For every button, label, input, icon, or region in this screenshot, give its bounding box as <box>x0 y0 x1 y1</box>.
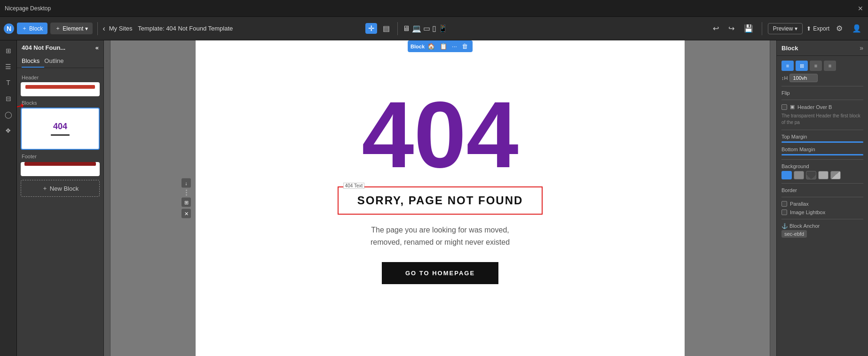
divider-5 <box>781 183 863 184</box>
undo-button[interactable]: ↩ <box>710 23 722 34</box>
close-btn[interactable]: ✕ <box>858 5 863 12</box>
main-toolbar: N ＋ Block ＋ Element ▾ ‹ My Sites Templat… <box>0 17 868 40</box>
redo-button[interactable]: ↪ <box>726 23 737 34</box>
content-404: 404 404 Text SORRY, PAGE NOT FOUND The p… <box>196 40 685 322</box>
chevron-down-icon: ▾ <box>85 25 88 32</box>
top-margin-label: Top Margin <box>781 134 863 139</box>
layout-tool-btn[interactable]: ▤ <box>380 23 393 34</box>
header-over-checkbox[interactable] <box>781 104 787 110</box>
image-lightbox-checkbox[interactable] <box>781 209 787 215</box>
new-block-button[interactable]: ＋ New Block <box>21 180 100 197</box>
toolbar-right: ↩ ↪ 💾 Preview ▾ ⬆ Export ⚙ 👤 <box>710 22 864 35</box>
blocks-icon[interactable]: ⊟ <box>2 92 15 105</box>
bottom-margin-bar[interactable] <box>781 154 863 155</box>
element-button[interactable]: ＋ Element ▾ <box>50 23 93 34</box>
align-btn-4[interactable]: ≡ <box>824 61 836 71</box>
image-lightbox-label: Image Lightbox <box>790 209 825 215</box>
sorry-heading[interactable]: SORRY, PAGE NOT FOUND <box>357 194 523 207</box>
align-btn-1[interactable]: ≡ <box>781 61 794 71</box>
big-404-number: 404 <box>362 88 519 182</box>
desktop-icon[interactable]: 🖥 <box>402 24 410 33</box>
sorry-box[interactable]: 404 Text SORRY, PAGE NOT FOUND <box>338 186 543 215</box>
divider-2 <box>781 100 863 100</box>
text-icon[interactable]: T <box>2 76 15 89</box>
my-sites-link[interactable]: My Sites <box>109 25 133 32</box>
header-over-row: ▣ Header Over B <box>781 104 863 110</box>
breadcrumb: ‹ My Sites Template: 404 Not Found Templ… <box>103 24 233 33</box>
flip-label: Flip <box>781 90 863 96</box>
tablet-portrait-icon[interactable]: ▯ <box>432 24 436 33</box>
vert-drag-handle[interactable] <box>186 190 187 196</box>
canvas-left-ruler <box>104 40 110 356</box>
shapes-icon[interactable]: ◯ <box>2 108 15 121</box>
header-note: The transparent Header the first block o… <box>781 113 863 126</box>
block-toolbar-label: Block <box>410 44 425 49</box>
header-section-label: Header <box>22 75 100 80</box>
system-topbar: Nicepage Desktop ✕ <box>0 0 868 17</box>
right-panel-expand-btn[interactable]: » <box>860 44 863 52</box>
swatch-transparent[interactable] <box>806 171 816 179</box>
bottom-margin-label: Bottom Margin <box>781 147 863 152</box>
laptop-icon[interactable]: 💻 <box>412 24 421 33</box>
sub-text-line1: The page you are looking for was moved, <box>371 226 509 234</box>
background-label: Background <box>781 163 863 169</box>
header-thumb-bar <box>25 85 95 89</box>
swatch-gradient[interactable] <box>830 171 841 179</box>
tab-outline[interactable]: Outline <box>44 55 68 68</box>
thumb-line <box>51 134 70 136</box>
block-anchor-value: sec-ebfd <box>781 230 807 238</box>
back-button[interactable]: ‹ <box>103 24 105 33</box>
components-icon[interactable]: ❖ <box>2 124 15 137</box>
main-block-thumb[interactable]: ↗ 404 <box>21 108 100 150</box>
header-thumb[interactable] <box>21 82 100 96</box>
export-button[interactable]: ⬆ Export <box>806 25 829 32</box>
block-button[interactable]: ＋ Block <box>17 23 47 34</box>
save-button[interactable]: 💾 <box>741 23 756 34</box>
delete-vert-btn[interactable]: ✕ <box>181 209 191 218</box>
swatch-blue[interactable] <box>781 171 792 179</box>
divider-1 <box>781 86 863 86</box>
swatch-gray[interactable] <box>794 171 804 179</box>
height-icon: ↕H <box>781 75 788 81</box>
sidebar-collapse-icon[interactable]: « <box>95 44 99 51</box>
align-btn-3[interactable]: ≡ <box>810 61 822 71</box>
block-home-btn[interactable]: 🏠 <box>426 42 437 51</box>
pages-icon[interactable]: ⊞ <box>2 44 15 57</box>
device-selector: 🖥 💻 ▭ ▯ 📱 <box>402 24 448 33</box>
canvas-inner: Block 🏠 📋 ··· 🗑 ↓ ⊞ ✕ 404 <box>196 40 685 356</box>
goto-homepage-btn[interactable]: GO TO HOMEPAGE <box>382 262 498 284</box>
tab-blocks[interactable]: Blocks <box>22 55 44 68</box>
user-button[interactable]: 👤 <box>849 23 864 34</box>
block-copy-btn[interactable]: 📋 <box>438 42 449 51</box>
block-more-btn[interactable]: ··· <box>450 42 459 51</box>
height-input[interactable] <box>789 74 818 82</box>
preview-label: Preview <box>773 25 793 32</box>
vert-controls: ↓ ⊞ ✕ <box>181 178 191 218</box>
copy-vert-btn[interactable]: ⊞ <box>181 198 191 207</box>
top-margin-bar[interactable] <box>781 141 863 143</box>
right-panel-title: Block <box>781 45 798 52</box>
block-delete-btn[interactable]: 🗑 <box>460 42 470 51</box>
layers-icon[interactable]: ☰ <box>2 60 15 73</box>
swatch-light[interactable] <box>818 171 829 179</box>
mobile-icon[interactable]: 📱 <box>438 24 448 33</box>
left-sidebar: 404 Not Foun... « Blocks Outline Header … <box>17 40 104 356</box>
right-panel-content: ≡ ⊞ ≡ ≡ ↕H Flip ▣ Header Over B The tran… <box>777 56 868 356</box>
border-label: Border <box>781 187 863 193</box>
align-btn-2[interactable]: ⊞ <box>796 61 808 71</box>
preview-button[interactable]: Preview ▾ <box>768 23 803 34</box>
move-down-btn[interactable]: ↓ <box>181 178 191 188</box>
tablet-icon[interactable]: ▭ <box>423 24 430 33</box>
footer-thumb[interactable] <box>21 162 100 176</box>
plus-icon-new: ＋ <box>42 184 48 193</box>
settings-button[interactable]: ⚙ <box>833 23 845 34</box>
select-tool-btn[interactable]: ✛ <box>365 23 377 34</box>
sub-text: The page you are looking for was moved, … <box>371 224 510 248</box>
divider-3 <box>781 130 863 130</box>
parallax-checkbox[interactable] <box>781 201 787 207</box>
footer-thumb-bar <box>24 162 96 166</box>
align-row: ≡ ⊞ ≡ ≡ <box>781 61 863 71</box>
block-anchor-label: ⚓ Block Anchor <box>781 223 863 229</box>
header-over-icon: ▣ <box>790 104 795 110</box>
chevron-down-icon-preview: ▾ <box>795 25 797 32</box>
